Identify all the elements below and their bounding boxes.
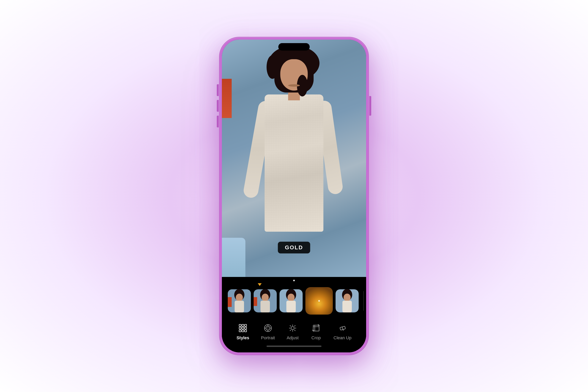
- styles-icon: [237, 322, 248, 334]
- svg-line-49: [290, 330, 291, 331]
- scroll-indicator: [222, 277, 366, 283]
- svg-line-46: [290, 325, 291, 326]
- svg-rect-9: [260, 301, 270, 312]
- svg-rect-29: [242, 327, 244, 329]
- cleanup-label: Clean Up: [334, 335, 352, 340]
- svg-rect-50: [313, 325, 319, 331]
- svg-point-3: [236, 294, 243, 302]
- filter-thumb-5[interactable]: [336, 289, 359, 312]
- filter-thumb-1[interactable]: [228, 289, 251, 312]
- svg-rect-25: [239, 324, 241, 326]
- svg-point-18: [344, 294, 351, 302]
- person-figure: [249, 40, 339, 277]
- toolbar-item-adjust[interactable]: Adjust: [286, 322, 298, 340]
- active-triangle-indicator: [258, 283, 262, 286]
- filter-name-tooltip: GOLD: [278, 242, 310, 254]
- filter-strip[interactable]: [222, 287, 366, 318]
- filter-section-separator: [364, 291, 364, 311]
- photo-viewport: GOLD: [222, 40, 366, 277]
- styles-label: Styles: [236, 335, 249, 340]
- adjust-icon: [287, 322, 298, 334]
- svg-rect-19: [342, 301, 352, 312]
- svg-rect-13: [286, 301, 296, 312]
- toolbar-item-crop[interactable]: Crop: [310, 322, 322, 340]
- person-face: [280, 59, 308, 90]
- cleanup-icon: [337, 322, 348, 334]
- person-body: [264, 94, 324, 232]
- portrait-icon: f: [262, 322, 274, 334]
- active-indicator-row: [222, 283, 366, 287]
- svg-rect-4: [234, 301, 244, 312]
- filter-thumb-gold-active[interactable]: [305, 287, 333, 314]
- svg-rect-30: [244, 327, 246, 329]
- filter-thumb-3[interactable]: [280, 289, 302, 312]
- svg-rect-14: [305, 287, 333, 314]
- filter-thumb-2[interactable]: [254, 289, 277, 312]
- home-bar: [266, 346, 322, 347]
- svg-point-12: [288, 294, 294, 302]
- toolbar-item-portrait[interactable]: f Portrait: [261, 322, 275, 340]
- toolbar: Styles f P: [222, 318, 366, 342]
- crop-label: Crop: [312, 335, 321, 340]
- svg-rect-1: [228, 297, 232, 307]
- phone-screen: GOLD: [222, 40, 366, 352]
- svg-rect-32: [242, 330, 244, 332]
- svg-line-48: [294, 325, 295, 326]
- scroll-dot: [293, 280, 295, 281]
- bottom-left-decor: [222, 238, 246, 277]
- toolbar-item-cleanup[interactable]: Clean Up: [334, 322, 352, 340]
- phone-frame: GOLD: [220, 37, 368, 355]
- svg-point-41: [291, 326, 294, 330]
- svg-point-15: [318, 300, 320, 302]
- hair-right: [297, 75, 308, 96]
- adjust-label: Adjust: [286, 335, 298, 340]
- svg-text:f: f: [268, 327, 268, 330]
- dynamic-island: [278, 43, 310, 50]
- svg-rect-6: [254, 297, 257, 306]
- svg-line-47: [294, 330, 295, 331]
- bottom-panel: Styles f P: [222, 277, 366, 352]
- crop-icon: [310, 322, 322, 334]
- svg-rect-28: [239, 327, 241, 329]
- portrait-label: Portrait: [261, 335, 275, 340]
- svg-rect-31: [239, 330, 241, 332]
- side-decor: [222, 79, 232, 118]
- home-indicator-area: [222, 342, 366, 352]
- svg-rect-27: [244, 324, 246, 326]
- toolbar-item-styles[interactable]: Styles: [236, 322, 249, 340]
- svg-rect-33: [244, 330, 246, 332]
- svg-rect-26: [242, 324, 244, 326]
- svg-line-54: [342, 327, 344, 331]
- svg-point-8: [262, 294, 269, 302]
